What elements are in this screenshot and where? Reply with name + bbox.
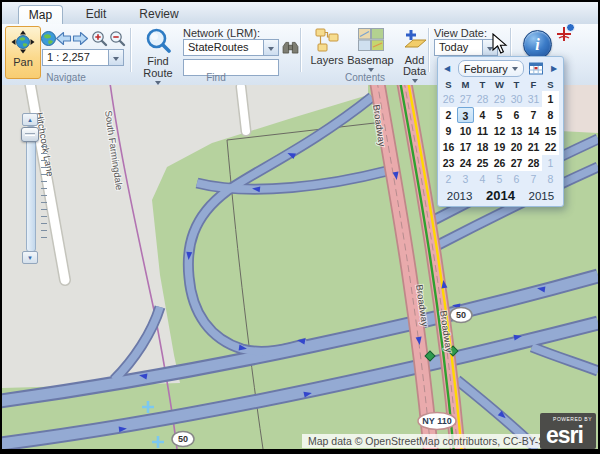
calendar-day[interactable]: 24 [457,155,474,171]
route-input-value [184,60,278,62]
identify-info-button[interactable]: i [523,30,552,59]
tab-bar: Map Edit Review [2,2,598,24]
zoom-slider-tick [41,223,47,224]
calendar-day-header: F [525,78,542,91]
calendar-day[interactable]: 31 [525,91,542,107]
calendar-day[interactable]: 27 [457,91,474,107]
calendar-day[interactable]: 29 [491,91,508,107]
calendar-year-selector: 201320142015 [440,187,561,204]
calendar-day[interactable]: 20 [508,139,525,155]
calendar-day[interactable]: 28 [525,155,542,171]
calendar-day[interactable]: 8 [542,171,559,187]
calendar-today-button[interactable] [529,62,543,75]
calendar-week-row: 2627282930311 [440,91,561,107]
network-combobox[interactable]: StateRoutes [183,39,279,56]
calendar-day[interactable]: 1 [542,155,559,171]
calendar-year-selected[interactable]: 2014 [486,188,515,203]
scale-combobox[interactable]: 1 : 2,257 [42,49,124,66]
calendar-day[interactable]: 13 [508,123,525,139]
calendar-day[interactable]: 6 [508,171,525,187]
pan-globe-icon [11,30,35,56]
calendar-day[interactable]: 14 [525,123,542,139]
layers-label: Layers [310,55,343,66]
calendar-day[interactable]: 23 [440,155,457,171]
calendar-day[interactable]: 11 [474,123,491,139]
calendar-day[interactable]: 28 [474,91,491,107]
search-routes-button[interactable] [281,38,300,56]
calendar-week-row: 2324252627281 [440,155,561,171]
calendar-day[interactable]: 19 [491,139,508,155]
calendar-day[interactable]: 16 [440,139,457,155]
calendar-day-header: T [474,78,491,91]
calendar-day[interactable]: 12 [491,123,508,139]
calendar-day[interactable]: 15 [542,123,559,139]
network-dropdown-button[interactable] [263,40,278,55]
calendar-day[interactable]: 8 [542,107,559,123]
arrow-right-icon [72,31,89,46]
find-route-label-line1: Find [147,56,168,67]
scale-dropdown-button[interactable] [108,50,123,65]
calendar-day-header: M [457,78,474,91]
crosshair-flag-icon [553,22,577,46]
calendar-day[interactable]: 21 [525,139,542,155]
zoom-slider-tick [41,167,47,168]
calendar-day-selected[interactable]: 3 [457,107,474,123]
calendar-day[interactable]: 25 [474,155,491,171]
group-label-contents: Contents [302,72,428,83]
calendar-day[interactable]: 6 [508,107,525,123]
calendar-day[interactable]: 17 [457,139,474,155]
binoculars-icon [282,41,299,54]
zoom-slider-tick [41,153,47,154]
calendar-day[interactable]: 26 [491,155,508,171]
calendar-year[interactable]: 2013 [447,190,473,202]
view-date-label: View Date: [434,27,487,39]
identify-route-tool-button[interactable] [553,22,577,46]
calendar-next-month-button[interactable]: ▶ [549,64,559,73]
calendar-day[interactable]: 4 [474,107,491,123]
find-route-icon [145,27,171,55]
zoom-slider-handle[interactable] [21,127,39,142]
zoom-slider-down-button[interactable]: ▼ [22,251,38,264]
group-label-navigate: Navigate [6,72,126,83]
calendar-day[interactable]: 30 [508,91,525,107]
calendar-year[interactable]: 2015 [529,190,555,202]
add-data-icon [402,28,428,54]
esri-logo: POWERED BY esri [540,413,596,449]
calendar-day[interactable]: 2 [440,171,457,187]
group-label-find: Find [136,72,296,83]
group-separator [428,28,430,72]
layers-icon [314,28,340,54]
calendar-month-dropdown[interactable]: February [458,60,524,77]
zoom-slider-up-button[interactable]: ▲ [22,113,38,126]
zoom-in-button[interactable] [89,27,109,49]
tab-review[interactable]: Review [129,5,189,24]
calendar-day[interactable]: 4 [474,171,491,187]
calendar-day[interactable]: 7 [525,107,542,123]
calendar-day[interactable]: 22 [542,139,559,155]
calendar-day-headers: SMTWTFS [440,78,561,91]
calendar-prev-month-button[interactable]: ◀ [442,64,452,73]
calendar-month-label: February [464,63,508,75]
calendar-day[interactable]: 5 [491,107,508,123]
calendar-day-header: W [491,78,508,91]
calendar-day[interactable]: 18 [474,139,491,155]
calendar-day[interactable]: 1 [542,91,559,107]
calendar-day[interactable]: 2 [440,107,457,123]
calendar-day[interactable]: 26 [440,91,457,107]
calendar-day[interactable]: 5 [491,171,508,187]
tab-map[interactable]: Map [18,5,63,24]
calendar-week-row: 16171819202122 [440,139,561,155]
calendar-day[interactable]: 3 [457,171,474,187]
zoom-slider-tick [41,195,47,196]
route-shield-ny110: NY 110 [422,416,451,426]
zoom-out-icon [109,30,126,47]
zoom-slider-tick [41,160,47,161]
calendar-day[interactable]: 9 [440,123,457,139]
calendar-day[interactable]: 7 [525,171,542,187]
tab-edit[interactable]: Edit [68,5,124,24]
zoom-slider-track[interactable] [26,126,36,252]
calendar-day[interactable]: 27 [508,155,525,171]
calendar-day[interactable]: 10 [457,123,474,139]
zoom-out-button[interactable] [107,27,127,49]
view-date-combobox[interactable]: Today [434,39,498,56]
